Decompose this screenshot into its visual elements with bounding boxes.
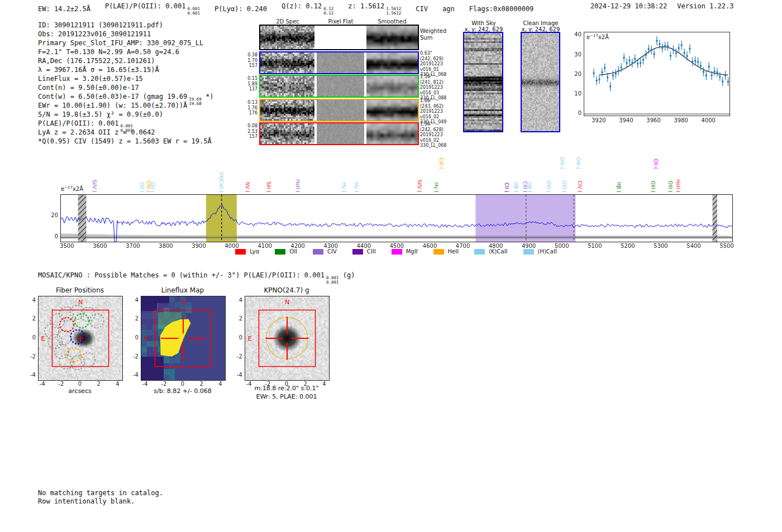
- spec2d-right-value: (241, 812): [420, 80, 451, 85]
- lineflux-xtick: 0: [174, 381, 191, 387]
- legend-label: Lyα: [250, 248, 259, 255]
- spectrum-unit-label: e−17x2Å: [61, 185, 83, 192]
- lineflux-ytick: 4: [126, 297, 139, 303]
- spec2d-fiber-row-3: [259, 122, 419, 145]
- legend-swatch: [433, 249, 444, 255]
- spectrum-xtick: 5400: [683, 243, 705, 249]
- lineflux-ytick: -2: [126, 353, 139, 360]
- spectrum-xtick: 4400: [352, 243, 375, 249]
- line-fit-ytick: 40: [568, 31, 581, 37]
- spectrum-line-label-SiIV: SiIV (: [92, 180, 97, 193]
- legend-swatch: [392, 249, 402, 255]
- lineflux-xlabel: s/b: 8.82 +/- 0.068: [135, 387, 230, 395]
- fiber-positions-frame: [38, 296, 123, 381]
- spec2d-weighted-row-col1-image: [317, 26, 364, 49]
- spec2d-left-value: 137: [244, 87, 258, 92]
- spec2d-right-value: 1.54": [420, 74, 451, 80]
- spec2d-header-pixelflat: Pixel Flat: [313, 18, 369, 25]
- header-qz: Q(z): 0.120.120.12: [282, 2, 333, 16]
- header-flags: Flags:0x08000009: [469, 5, 534, 13]
- lineflux-map-title: Lineflux Map: [135, 286, 230, 294]
- spec2d-right-value: 0.63": [420, 51, 451, 56]
- info-lya-oii-z: LyA z = 2.2634 OII z = 0.0642: [38, 128, 155, 136]
- lineflux-map-image: [141, 296, 225, 380]
- clean-image-frame: [521, 32, 560, 132]
- spectrum-line-label-NV: NV (: [245, 182, 250, 193]
- lineflux-map-frame: [141, 296, 226, 381]
- spec2d-row-1-left-label: 0.151.89137: [244, 76, 258, 92]
- spectrum-plot: [61, 195, 732, 242]
- legend-item-MgII: MgII: [392, 248, 418, 255]
- line-fit-xtick: 3940: [616, 117, 636, 123]
- spec2d-right-value: 20191223: [420, 61, 451, 67]
- lineflux-xtick: 4: [212, 381, 228, 387]
- line-fit-plot-frame: [584, 32, 730, 116]
- spectrum-line-label-OIII: OIII (: [650, 181, 655, 193]
- spectrum-line-label-(H)CaII: (H)CaII (: [218, 172, 223, 193]
- spec2d-header-2dspec: 2D Spec: [260, 18, 316, 25]
- spec2d-right-value: (242, 629): [420, 56, 451, 62]
- spectrum-line-label-CII: CII (: [504, 183, 509, 193]
- kpno-xtick: -2: [259, 381, 276, 387]
- info-solution: *Q(0.95) CIV (1549) z = 1.5603 EW r = 19…: [38, 137, 212, 145]
- spec2d-right-value: 20191223: [420, 132, 451, 138]
- spec2d-row-3-right-label: 1.94"(242, 628)20191223v016_02330_LL_068: [420, 122, 451, 148]
- spectrum-xtick: 5000: [551, 243, 573, 249]
- info-lineflux: LineFlux = 3.20(±0.57)e-15: [38, 75, 143, 83]
- info-sn-chi2: S/N = 19.8(±3.5) χ² = 0.9(±0.0): [38, 111, 163, 118]
- lineflux-xtick: -4: [137, 381, 154, 387]
- spec2d-right-value: 20191223: [420, 85, 451, 90]
- header-line-id: CIV: [416, 5, 428, 13]
- fiber-ytick: 4: [23, 297, 36, 303]
- spectrum-line-label-HeII: HeII (: [295, 179, 300, 193]
- clean-image: [522, 33, 559, 131]
- fiber-ytick: 0: [23, 334, 36, 341]
- fiber-ytick: -4: [23, 372, 36, 378]
- spec2d-left-value: 157: [244, 63, 258, 69]
- legend-item-(H)CaII: (H)CaII: [523, 248, 557, 255]
- spec2d-fiber-row-2-col2-image: [366, 100, 418, 121]
- footer-line-1: No matching targets in catalog.: [38, 489, 163, 497]
- spectrum-line-label-OIII: OIII (: [575, 157, 580, 169]
- legend-item-Lyα: Lyα: [235, 248, 259, 255]
- spectrum-xtick: 3600: [89, 243, 111, 249]
- spec2d-right-value: v016_02: [420, 114, 451, 120]
- header-plae: P(LAE)/P(OII): 0.0010.0010.001: [105, 2, 200, 16]
- spectrum-xtick: 3900: [188, 243, 210, 249]
- spec2d-fiber-row-1-col0-image: [260, 76, 314, 97]
- line-fit-ytick: 0: [568, 110, 581, 116]
- legend-label: CIV: [327, 248, 337, 255]
- line-fit-ytick: 30: [568, 51, 581, 57]
- fiber-xtick: -2: [53, 381, 69, 387]
- kpno-xtick: 2: [297, 381, 314, 387]
- header-summary-line: EW: 14.2±2.5Å P(LAE)/P(OII): 0.0010.0010…: [38, 2, 533, 16]
- spectrum-plot-frame: [60, 194, 733, 242]
- mosaic-plae-range: 0.0010.001: [326, 276, 339, 285]
- fiber-ytick: -2: [23, 353, 36, 360]
- spec2d-left-value: 1.76: [244, 106, 258, 111]
- spectrum-line-label-OIII: OIII (: [561, 181, 566, 193]
- spec2d-fiber-row-2: [259, 99, 419, 122]
- spectrum-xtick: 4000: [221, 243, 243, 249]
- spectrum-line-label-Hβ: Hβ (: [513, 182, 518, 193]
- line-fit-xtick: 3920: [589, 117, 609, 123]
- spectrum-line-label-CIV: CIV (: [577, 181, 582, 193]
- legend-label: (K)CaII: [489, 248, 507, 255]
- kpno-image: [245, 296, 329, 380]
- info-id: ID: 3090121911 (3090121911.pdf): [38, 21, 163, 29]
- legend-label: OII: [289, 248, 297, 255]
- legend-label: HeII: [448, 248, 459, 255]
- fiber-xtick: -4: [34, 381, 51, 387]
- spectrum-line-label-OIII: OIII (: [667, 181, 673, 193]
- legend-label: CIII: [367, 248, 376, 255]
- spectrum-legend: LyαOIICIVCIIIMgIIHeII(K)CaII(H)CaII: [60, 248, 732, 255]
- spec2d-header-smoothed: Smoothed: [364, 18, 420, 25]
- lineflux-xtick: -2: [155, 381, 172, 387]
- header-qz-range: 0.120.12: [323, 7, 333, 16]
- legend-swatch: [352, 249, 363, 255]
- spec2d-right-value: 20191223: [420, 109, 451, 114]
- spectrum-xtick: 3700: [122, 243, 144, 249]
- kpno-ytick: -2: [230, 353, 242, 360]
- line-fit-ytick: 10: [568, 90, 581, 97]
- legend-item-CIII: CIII: [352, 248, 376, 255]
